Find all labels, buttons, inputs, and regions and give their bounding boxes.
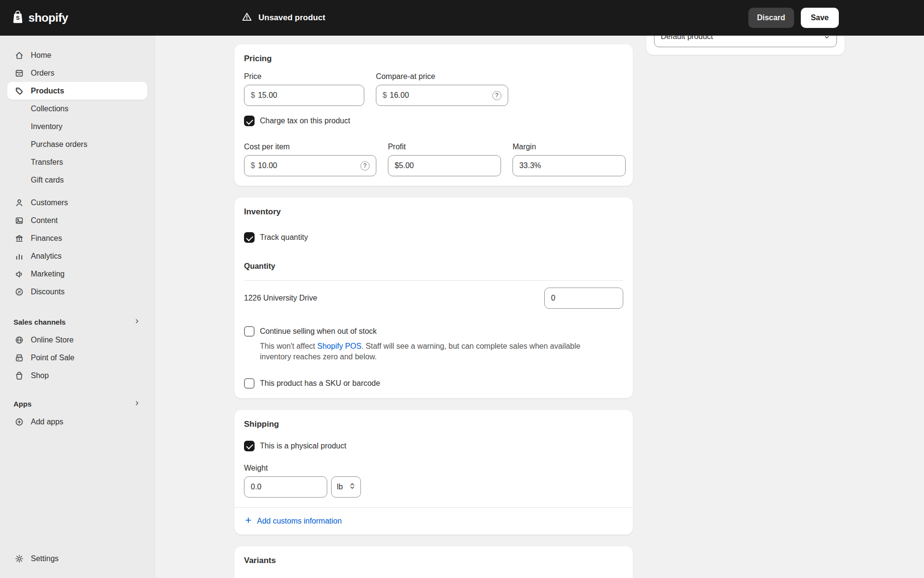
save-button[interactable]: Save (801, 8, 839, 28)
sidebar-item-analytics[interactable]: Analytics (7, 247, 147, 265)
charge-tax-row[interactable]: Charge tax on this product (244, 116, 623, 126)
select-arrows-icon (822, 36, 832, 42)
weight-unit-select[interactable]: lb (331, 476, 361, 498)
sidebar-item-home[interactable]: Home (7, 46, 147, 64)
add-customs-information-link[interactable]: Add customs information (234, 507, 633, 535)
compare-at-price-input[interactable]: $ ? (376, 85, 508, 106)
sku-label: This product has a SKU or barcode (260, 379, 380, 388)
weight-input-control[interactable] (251, 483, 321, 491)
chevron-right-icon (133, 399, 141, 408)
inventory-card: Inventory Track quantity Quantity 1226 U… (234, 197, 633, 398)
sidebar-item-label: Analytics (31, 252, 62, 261)
sidebar-item-label: Settings (31, 554, 59, 563)
sidebar-item-label: Finances (31, 234, 62, 243)
sidebar-item-settings[interactable]: Settings (7, 550, 147, 567)
physical-product-label: This is a physical product (260, 442, 346, 450)
compare-at-price-input-control[interactable] (390, 91, 489, 100)
cost-per-item-label: Cost per item (244, 143, 376, 151)
apps-header[interactable]: Apps (7, 395, 147, 413)
sidebar-item-shop[interactable]: Shop (7, 367, 147, 384)
home-icon (13, 50, 25, 61)
sidebar-item-label: Orders (31, 69, 54, 78)
continue-selling-help-text: This won't affect Shopify POS. Staff wil… (260, 341, 611, 363)
cost-per-item-input[interactable]: $ ? (244, 155, 376, 176)
sidebar-item-collections[interactable]: Collections (7, 100, 147, 118)
cost-per-item-input-control[interactable] (258, 161, 358, 170)
charge-tax-label: Charge tax on this product (260, 117, 350, 125)
sidebar-item-orders[interactable]: Orders (7, 64, 147, 82)
track-quantity-row[interactable]: Track quantity (244, 232, 623, 243)
sidebar-item-point-of-sale[interactable]: Point of Sale (7, 349, 147, 367)
charge-tax-checkbox[interactable] (244, 116, 255, 126)
topbar: S shopify Unsaved product Discard Save (0, 0, 924, 36)
question-circle-icon[interactable]: ? (360, 161, 370, 171)
profit-input-control[interactable] (395, 161, 494, 170)
marketing-icon (13, 268, 25, 280)
cost-per-item-field: Cost per item $ ? (244, 143, 376, 176)
discounts-icon (13, 286, 25, 298)
physical-product-row[interactable]: This is a physical product (244, 441, 623, 451)
shopify-pos-link[interactable]: Shopify POS (317, 342, 361, 350)
continue-selling-row[interactable]: Continue selling when out of stock (244, 326, 623, 337)
orders-icon (13, 67, 25, 79)
sidebar-item-purchase-orders[interactable]: Purchase orders (7, 135, 147, 153)
sidebar-item-content[interactable]: Content (7, 211, 147, 229)
profit-field: Profit (388, 143, 501, 176)
unsaved-status: Unsaved product (242, 0, 325, 36)
pricing-card: Pricing Price $ Compare-at price $ ? (234, 44, 633, 186)
sidebar-item-gift-cards[interactable]: Gift cards (7, 171, 147, 189)
currency-prefix: $ (251, 161, 255, 170)
track-quantity-checkbox[interactable] (244, 232, 255, 243)
product-status-card: Default product (646, 36, 845, 55)
online-store-icon (13, 334, 25, 346)
weight-label: Weight (244, 464, 623, 473)
margin-field: Margin (513, 143, 626, 176)
sku-checkbox[interactable] (244, 378, 255, 389)
sidebar-item-discounts[interactable]: Discounts (7, 283, 147, 301)
price-label: Price (244, 72, 364, 81)
sidebar: Home Orders Products Collections Invento… (0, 36, 155, 578)
shop-icon (13, 370, 25, 381)
weight-input[interactable] (244, 476, 327, 498)
price-field: Price $ (244, 72, 364, 106)
sidebar-item-inventory[interactable]: Inventory (7, 118, 147, 135)
point-of-sale-icon (13, 352, 25, 364)
sidebar-item-transfers[interactable]: Transfers (7, 153, 147, 171)
product-status-select[interactable]: Default product (654, 36, 837, 47)
plus-icon (244, 516, 253, 526)
price-input[interactable]: $ (244, 85, 364, 106)
quantity-input-control[interactable] (551, 294, 616, 302)
main-column: Pricing Price $ Compare-at price $ ? (234, 36, 633, 578)
sidebar-item-add-apps[interactable]: Add apps (7, 413, 147, 431)
sidebar-item-products[interactable]: Products (7, 82, 147, 100)
price-input-control[interactable] (258, 91, 358, 100)
sidebar-item-label: Point of Sale (31, 354, 75, 362)
continue-selling-checkbox[interactable] (244, 326, 255, 337)
margin-input-control[interactable] (519, 161, 619, 170)
sidebar-item-finances[interactable]: Finances (7, 229, 147, 247)
shipping-card: Shipping This is a physical product Weig… (234, 410, 633, 535)
question-circle-icon[interactable]: ? (492, 91, 501, 100)
unsaved-status-text: Unsaved product (258, 13, 325, 23)
main-content: Pricing Price $ Compare-at price $ ? (155, 36, 924, 578)
shopify-logo[interactable]: S shopify (12, 0, 68, 36)
shopify-wordmark: shopify (28, 11, 68, 25)
sidebar-item-marketing[interactable]: Marketing (7, 265, 147, 283)
sidebar-item-customers[interactable]: Customers (7, 194, 147, 211)
quantity-input[interactable] (544, 288, 623, 309)
sidebar-item-label: Add apps (31, 418, 64, 426)
select-arrows-icon (347, 481, 357, 493)
discard-button[interactable]: Discard (748, 8, 794, 28)
margin-input[interactable] (513, 155, 626, 176)
currency-prefix: $ (383, 91, 387, 100)
profit-input[interactable] (388, 155, 501, 176)
product-status-value: Default product (661, 36, 713, 41)
sales-channels-header[interactable]: Sales channels (7, 313, 147, 331)
sku-row[interactable]: This product has a SKU or barcode (244, 378, 623, 389)
sidebar-item-online-store[interactable]: Online Store (7, 331, 147, 349)
variants-title: Variants (244, 556, 623, 565)
help-text-before: This won't affect (260, 342, 317, 350)
physical-product-checkbox[interactable] (244, 441, 255, 451)
compare-at-price-label: Compare-at price (376, 72, 508, 81)
shipping-title: Shipping (244, 420, 623, 429)
